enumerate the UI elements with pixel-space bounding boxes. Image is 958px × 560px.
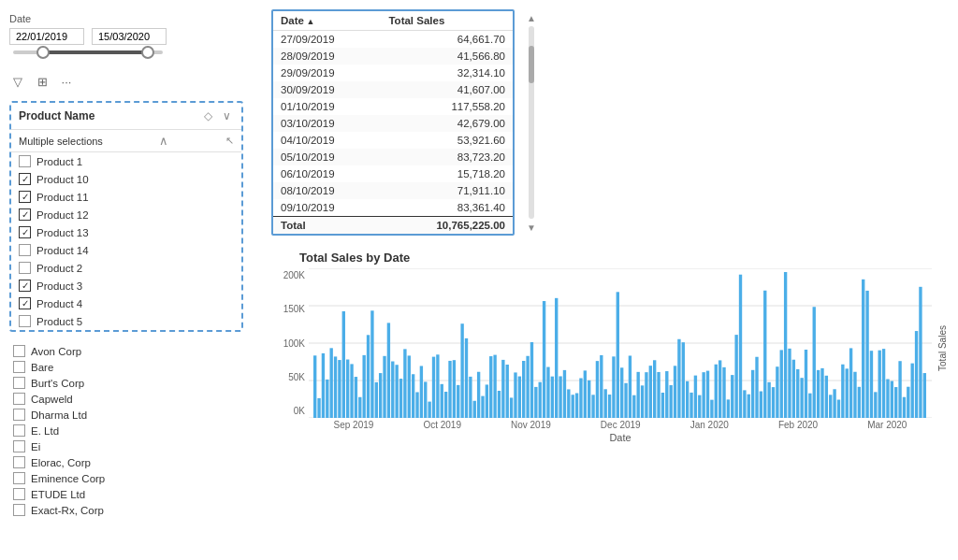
slicer-checkbox[interactable] bbox=[19, 297, 31, 309]
scroll-up-btn[interactable]: ▲ bbox=[525, 11, 538, 24]
date-slider-thumb-right[interactable] bbox=[141, 46, 154, 59]
cell-sales: 83,361.40 bbox=[381, 199, 513, 217]
filter-funnel-icon[interactable]: ▽ bbox=[9, 73, 26, 90]
date-end-input[interactable] bbox=[92, 28, 167, 45]
slicer-item[interactable]: Product 14 bbox=[11, 241, 241, 259]
bar bbox=[338, 360, 341, 418]
scroll-track[interactable] bbox=[529, 26, 534, 219]
slicer-checkbox[interactable] bbox=[19, 262, 31, 274]
company-item-label: Dharma Ltd bbox=[31, 409, 87, 421]
filter-grid-icon[interactable]: ⊞ bbox=[34, 73, 51, 90]
slicer-clear-icon[interactable]: ◇ bbox=[200, 108, 215, 123]
cell-date: 03/10/2019 bbox=[273, 115, 381, 132]
bar bbox=[907, 387, 909, 418]
slicer-checkbox[interactable] bbox=[19, 315, 31, 327]
company-checkbox[interactable] bbox=[13, 361, 25, 373]
company-item[interactable]: Avon Corp bbox=[9, 343, 262, 359]
bar bbox=[383, 356, 385, 418]
date-slider-track[interactable] bbox=[13, 50, 163, 54]
company-checkbox[interactable] bbox=[13, 393, 25, 405]
bar bbox=[432, 357, 435, 418]
bar bbox=[817, 370, 820, 418]
slicer-item[interactable]: Product 2 bbox=[11, 259, 241, 277]
company-item[interactable]: Burt's Corp bbox=[9, 375, 262, 391]
bar bbox=[350, 364, 353, 418]
company-item[interactable]: E. Ltd bbox=[9, 423, 262, 438]
slicer-search-bar[interactable]: Multiple selections ∧ ↖ bbox=[11, 130, 241, 152]
scroll-down-btn[interactable]: ▼ bbox=[525, 221, 538, 234]
company-item[interactable]: Dharma Ltd bbox=[9, 407, 262, 423]
slicer-item[interactable]: Product 12 bbox=[11, 206, 241, 223]
slicer-checkbox[interactable] bbox=[19, 208, 31, 221]
slicer-search-up-icon[interactable]: ∧ bbox=[159, 134, 168, 148]
company-item[interactable]: ETUDE Ltd bbox=[9, 486, 262, 502]
cell-sales: 71,911.10 bbox=[381, 182, 513, 199]
sales-table-container: Date Total Sales 27/09/201964,661.7028/0… bbox=[271, 9, 515, 236]
company-item-label: Elorac, Corp bbox=[31, 457, 91, 468]
bar bbox=[682, 342, 685, 418]
company-checkbox[interactable] bbox=[13, 377, 25, 389]
bar bbox=[645, 372, 647, 418]
bar bbox=[653, 360, 656, 418]
slicer-checkbox[interactable] bbox=[19, 155, 31, 167]
company-item[interactable]: Eminence Corp bbox=[9, 470, 262, 486]
slicer-title: Product Name bbox=[19, 109, 94, 122]
company-item[interactable]: Bare bbox=[9, 359, 262, 375]
company-item-label: Burt's Corp bbox=[31, 378, 84, 389]
table-scrollbar[interactable]: ▲ ▼ bbox=[524, 9, 539, 236]
bar bbox=[579, 379, 582, 418]
cell-sales: 117,558.20 bbox=[381, 98, 513, 115]
y-0k: 0K bbox=[294, 406, 305, 416]
slicer-item[interactable]: Product 3 bbox=[11, 277, 241, 294]
date-section: Date bbox=[9, 9, 262, 62]
table-row: 04/10/201953,921.60 bbox=[273, 132, 513, 149]
slicer-item[interactable]: Product 1 bbox=[11, 152, 241, 170]
slicer-checkbox[interactable] bbox=[19, 226, 31, 238]
bar bbox=[739, 275, 742, 418]
col-date-header[interactable]: Date bbox=[273, 11, 381, 31]
slicer-item[interactable]: Product 13 bbox=[11, 223, 241, 241]
col-sales-header[interactable]: Total Sales bbox=[381, 11, 513, 31]
company-checkbox[interactable] bbox=[13, 440, 25, 452]
bar bbox=[555, 298, 558, 418]
bar bbox=[755, 357, 758, 418]
slicer-item-label: Product 13 bbox=[36, 227, 89, 238]
bar bbox=[903, 397, 906, 418]
bar bbox=[718, 360, 721, 418]
company-item[interactable]: Ei bbox=[9, 438, 262, 454]
slicer-checkbox[interactable] bbox=[19, 280, 31, 292]
scroll-thumb[interactable] bbox=[529, 46, 534, 83]
slicer-list[interactable]: Product 1Product 10Product 11Product 12P… bbox=[11, 152, 241, 330]
date-label: Date bbox=[9, 13, 262, 24]
slicer-item[interactable]: Product 5 bbox=[11, 312, 241, 330]
filter-more-icon[interactable]: ··· bbox=[58, 73, 75, 90]
slicer-item[interactable]: Product 10 bbox=[11, 170, 241, 188]
company-item[interactable]: Capweld bbox=[9, 391, 262, 407]
bar bbox=[355, 377, 357, 418]
bar bbox=[767, 382, 770, 418]
bar bbox=[424, 381, 427, 418]
slicer-item[interactable]: Product 11 bbox=[11, 188, 241, 206]
company-checkbox[interactable] bbox=[13, 488, 25, 500]
bar bbox=[428, 402, 430, 418]
bar bbox=[608, 395, 611, 418]
bar bbox=[649, 366, 652, 418]
company-item[interactable]: Exact-Rx, Corp bbox=[9, 502, 262, 518]
company-checkbox[interactable] bbox=[13, 472, 25, 484]
date-slider-thumb-left[interactable] bbox=[36, 46, 50, 59]
slicer-checkbox[interactable] bbox=[19, 173, 31, 185]
company-checkbox[interactable] bbox=[13, 409, 25, 421]
slicer-checkbox[interactable] bbox=[19, 191, 31, 203]
company-checkbox[interactable] bbox=[13, 456, 25, 468]
company-item[interactable]: Elorac, Corp bbox=[9, 454, 262, 470]
slicer-header: Product Name ◇ ∨ bbox=[11, 103, 241, 130]
company-checkbox[interactable] bbox=[13, 424, 25, 437]
slicer-checkbox[interactable] bbox=[19, 244, 31, 256]
cell-sales: 32,314.10 bbox=[381, 65, 513, 81]
bar bbox=[727, 399, 730, 418]
slicer-item[interactable]: Product 4 bbox=[11, 294, 241, 312]
date-start-input[interactable] bbox=[9, 28, 84, 45]
slicer-chevron-icon[interactable]: ∨ bbox=[219, 108, 234, 123]
company-checkbox[interactable] bbox=[13, 504, 25, 516]
company-checkbox[interactable] bbox=[13, 345, 25, 357]
